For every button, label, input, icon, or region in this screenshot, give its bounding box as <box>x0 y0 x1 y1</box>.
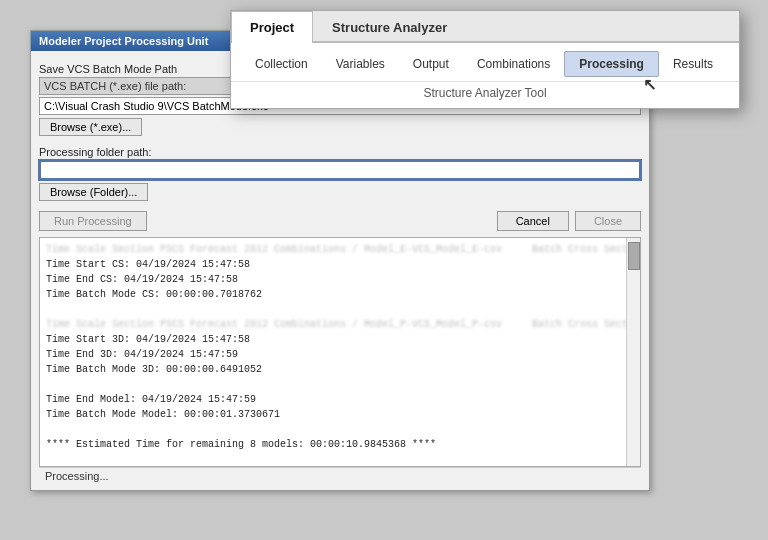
subtab-bar: Collection Variables Output Combinations… <box>231 43 739 82</box>
fg-panel: Project Structure Analyzer Collection Va… <box>230 10 740 109</box>
run-processing-button[interactable]: Run Processing <box>39 211 147 231</box>
log-line-9: Time End Model: 04/19/2024 15:47:59 <box>46 392 634 407</box>
cancel-button[interactable]: Cancel <box>497 211 569 231</box>
scrollbar-thumb[interactable] <box>628 242 640 270</box>
scrollbar-track[interactable] <box>626 238 640 466</box>
subtab-results[interactable]: Results <box>659 52 727 76</box>
log-line-11 <box>46 422 634 437</box>
folder-section-label: Processing folder path: <box>39 146 641 158</box>
tab-project[interactable]: Project <box>231 11 313 43</box>
log-line-3: Time Batch Mode CS: 00:00:00.7018762 <box>46 287 634 302</box>
log-blurred-line-2: Time Scale Section PSCS Forecast 2012 Co… <box>46 317 634 332</box>
subtab-processing[interactable]: Processing ↖ <box>564 51 659 77</box>
close-button[interactable]: Close <box>575 211 641 231</box>
action-row: Run Processing Cancel Close <box>39 205 641 235</box>
subtab-variables[interactable]: Variables <box>322 52 399 76</box>
log-blurred-line-1: Time Scale Section PSCS Forecast 2012 Co… <box>46 242 634 257</box>
status-bar: Processing... <box>39 467 641 484</box>
log-line-6: Time End 3D: 04/19/2024 15:47:59 <box>46 347 634 362</box>
log-line-2: Time End CS: 04/19/2024 15:47:58 <box>46 272 634 287</box>
log-line-8 <box>46 377 634 392</box>
log-line-12: **** Estimated Time for remaining 8 mode… <box>46 437 634 452</box>
log-line-1: Time Start CS: 04/19/2024 15:47:58 <box>46 257 634 272</box>
tab-bar: Project Structure Analyzer <box>231 11 739 43</box>
log-line-10: Time Batch Mode Model: 00:00:01.3730671 <box>46 407 634 422</box>
tool-label: Structure Analyzer Tool <box>231 82 739 108</box>
subtab-combinations[interactable]: Combinations <box>463 52 564 76</box>
browse-exe-button[interactable]: Browse (*.exe)... <box>39 118 142 136</box>
bg-window-body: Save VCS Batch Mode Path VCS BATCH (*.ex… <box>31 51 649 490</box>
log-line-5: Time Start 3D: 04/19/2024 15:47:58 <box>46 332 634 347</box>
log-line-7: Time Batch Mode 3D: 00:00:00.6491052 <box>46 362 634 377</box>
log-line-13 <box>46 452 634 467</box>
bg-window-title: Modeler Project Processing Unit <box>39 35 208 47</box>
status-text: Processing... <box>45 470 109 482</box>
log-area[interactable]: Time Scale Section PSCS Forecast 2012 Co… <box>39 237 641 467</box>
cursor-icon: ↖ <box>643 75 656 94</box>
browse-folder-button[interactable]: Browse (Folder)... <box>39 183 148 201</box>
subtab-output[interactable]: Output <box>399 52 463 76</box>
tab-structure-analyzer[interactable]: Structure Analyzer <box>313 11 466 43</box>
subtab-collection[interactable]: Collection <box>241 52 322 76</box>
folder-path-input[interactable] <box>39 160 641 180</box>
log-line-4 <box>46 302 634 317</box>
